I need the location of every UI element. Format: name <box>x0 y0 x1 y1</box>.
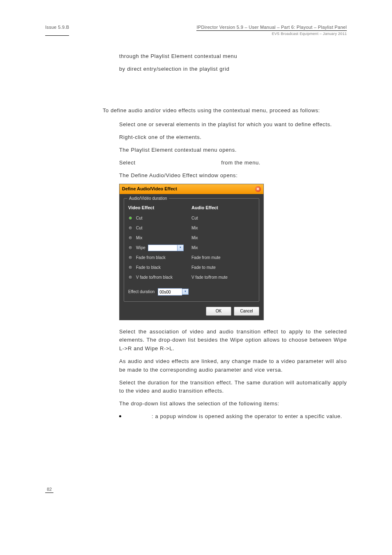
step-2b: The Playlist Element contextual menu ope… <box>119 146 347 155</box>
header-doc-meta: EVS Broadcast Equipment – January 2011 <box>196 32 347 36</box>
effect-duration-dropdown-button[interactable]: ▾ <box>182 289 189 295</box>
para-define: To define audio and/or video effects usi… <box>103 106 347 115</box>
radio-icon[interactable] <box>128 265 133 270</box>
video-effect-label: Cut <box>136 215 143 222</box>
bullet-icon <box>119 415 121 417</box>
audio-effect-label: Mix <box>191 245 198 251</box>
audio-effect-label-row: Fade from mute <box>191 254 255 261</box>
video-effect-label: Mix <box>136 235 143 241</box>
dialog-title-text: Define Audio/Video Effect <box>122 185 177 193</box>
video-effect-header: Video Effect <box>128 204 191 212</box>
page-number: 82 <box>45 487 53 493</box>
audio-effect-label-row: Mix <box>191 245 255 251</box>
step-3a: Select from the menu. <box>119 159 347 167</box>
step-1: Select one or several elements in the pl… <box>119 120 347 129</box>
chevron-down-icon: ▾ <box>180 245 181 250</box>
para-duration: Select the duration for the transition e… <box>119 379 347 396</box>
define-effect-dialog: Define Audio/Video Effect ✕ Audio/Vidéo … <box>119 184 264 320</box>
video-effect-label: Fade from black <box>136 254 166 261</box>
wipe-dropdown-field[interactable] <box>148 245 177 251</box>
page-content: through the Playlist Element contextual … <box>103 52 347 421</box>
video-effect-label: Cut <box>136 225 143 231</box>
list-item: : a popup window is opened asking the op… <box>119 412 347 421</box>
step-2a: Right-click one of the elements. <box>119 133 347 142</box>
audio-effect-label: Fade from mute <box>191 254 221 261</box>
video-effect-label: V fade to/from black <box>136 274 173 281</box>
audio-effect-label-row: Cut <box>191 215 255 222</box>
ok-button[interactable]: OK <box>206 307 231 316</box>
audio-effect-label: Mix <box>191 225 198 231</box>
video-effect-option[interactable]: Cut <box>128 215 191 222</box>
fieldset-legend: Audio/Vidéo duration <box>127 195 169 202</box>
bullet-1-text: : a popup window is opened asking the op… <box>152 413 342 419</box>
audio-effect-label: Fade to mute <box>191 264 216 271</box>
video-effect-option[interactable]: V fade to/from black <box>128 274 191 281</box>
radio-icon[interactable] <box>128 275 133 280</box>
video-effect-label: Wipe <box>136 245 145 251</box>
video-effect-option[interactable]: Wipe▾ <box>128 245 191 251</box>
intro-line-1: through the Playlist Element contextual … <box>119 52 347 61</box>
cancel-button[interactable]: Cancel <box>234 307 259 316</box>
intro-line-2: by direct entry/selection in the playlis… <box>119 65 347 74</box>
audio-effect-label-row: Mix <box>191 225 255 231</box>
close-icon[interactable]: ✕ <box>255 186 261 192</box>
radio-icon[interactable] <box>128 216 133 220</box>
step-3a-post: from the menu. <box>221 160 261 166</box>
step-3b: The Define Audio/Video Effect window ope… <box>119 171 347 180</box>
effect-duration-label: Effect duration <box>128 289 154 295</box>
page-header: Issue 5.9.B IPDirector Version 5.9 – Use… <box>45 25 347 36</box>
effect-duration-field[interactable]: 00s00 <box>158 288 182 296</box>
wipe-dropdown-button[interactable]: ▾ <box>177 245 184 251</box>
video-effect-option[interactable]: Cut <box>128 225 191 231</box>
radio-icon[interactable] <box>128 245 133 250</box>
audio-effect-label: Cut <box>191 215 198 222</box>
radio-icon[interactable] <box>128 226 133 230</box>
video-effect-option[interactable]: Fade to black <box>128 264 191 271</box>
video-effect-option[interactable]: Fade from black <box>128 254 191 261</box>
video-effect-option[interactable]: Mix <box>128 235 191 241</box>
para-ddlist: The drop-down list allows the selection … <box>119 400 347 408</box>
header-issue: Issue 5.9.B <box>45 25 69 36</box>
chevron-down-icon: ▾ <box>184 289 186 294</box>
audio-effect-label-row: Fade to mute <box>191 264 255 271</box>
audio-effect-label-row: Mix <box>191 235 255 241</box>
para-linked: As audio and video effects are linked, a… <box>119 357 347 375</box>
radio-icon[interactable] <box>128 236 133 240</box>
step-3a-pre: Select <box>119 160 136 166</box>
audio-effect-label: V fade to/from mute <box>191 274 228 281</box>
para-association: Select the association of video and audi… <box>119 328 347 353</box>
video-effect-label: Fade to black <box>136 264 161 271</box>
audio-effect-label-row: V fade to/from mute <box>191 274 255 281</box>
audio-effect-header: Audio Effect <box>191 204 255 212</box>
radio-icon[interactable] <box>128 255 133 260</box>
dialog-titlebar[interactable]: Define Audio/Video Effect ✕ <box>120 184 263 194</box>
page-footer: 82 <box>45 487 347 493</box>
header-doc-title: IPDirector Version 5.9 – User Manual – P… <box>196 25 347 31</box>
audio-effect-label: Mix <box>191 235 198 241</box>
